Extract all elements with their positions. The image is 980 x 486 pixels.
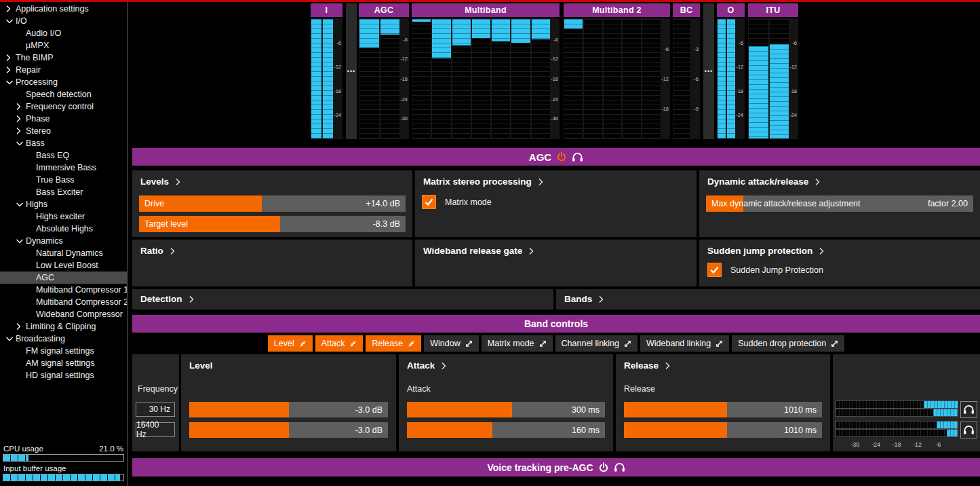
band-controls-section-header[interactable]: Band controls xyxy=(132,315,980,333)
sidebar-item-highs-exciter[interactable]: Highs exciter xyxy=(0,210,127,223)
headphones-icon[interactable] xyxy=(572,152,583,162)
sidebar-item-stereo[interactable]: Stereo xyxy=(0,125,127,137)
chevron-right-icon[interactable] xyxy=(16,322,26,331)
band-listen-button-1[interactable] xyxy=(960,401,977,418)
sidebar-item-agc[interactable]: AGC xyxy=(0,272,127,284)
sidebar-item-fm-signal-settings[interactable]: FM signal settings xyxy=(0,345,127,357)
level-slider-band1[interactable]: -3.0 dB xyxy=(189,402,388,417)
sidebar-item-absolute-highs[interactable]: Absolute Highs xyxy=(0,223,127,235)
sidebar-item-speech-detection[interactable]: Speech detection xyxy=(0,88,127,100)
sidebar-item-application-settings[interactable]: Application settings xyxy=(0,3,127,15)
sidebar-item-highs[interactable]: Highs xyxy=(0,198,127,210)
sidebar-item-frequency-control[interactable]: Frequency control xyxy=(0,100,127,113)
sidebar-item-label: Bass Exciter xyxy=(36,187,83,197)
chevron-right-icon xyxy=(175,178,181,186)
band-button-channel-linking[interactable]: Channel linking xyxy=(555,335,638,352)
top-accent-line xyxy=(0,0,980,2)
sidebar-item-dynamics[interactable]: Dynamics xyxy=(0,235,127,247)
sudden-jump-protection-checkbox[interactable] xyxy=(707,263,722,277)
sidebar-item-low-level-boost[interactable]: Low Level Boost xyxy=(0,259,127,272)
sidebar-item-hd-signal-settings[interactable]: HD signal settings xyxy=(0,369,127,381)
chevron-down-icon[interactable] xyxy=(16,139,26,147)
panel-dynamic-header[interactable]: Dynamic attack/release xyxy=(699,170,980,187)
power-icon[interactable] xyxy=(598,462,609,473)
sidebar-item-mpx[interactable]: µMPX xyxy=(0,39,127,52)
release-slider-band2[interactable]: 1010 ms xyxy=(624,422,822,438)
chevron-down-icon[interactable] xyxy=(5,78,16,86)
panel-detection-header[interactable]: Detection xyxy=(132,289,553,304)
sidebar-item-limiting-clipping[interactable]: Limiting & Clipping xyxy=(0,320,127,333)
settings-tree: Application settingsI/OAudio I/OµMPXThe … xyxy=(0,3,127,381)
meter-bar xyxy=(380,19,400,138)
band-button-wideband-linking[interactable]: Wideband linking xyxy=(640,335,729,352)
power-icon[interactable] xyxy=(556,151,567,162)
max-dynamic-adjustment-slider[interactable]: Max dynamic attack/release adjustmentfac… xyxy=(706,195,973,212)
meter-separator[interactable]: ••• xyxy=(703,3,714,139)
frequency-input-band2[interactable]: 16400 Hz xyxy=(136,422,175,437)
band-button-release[interactable]: Release xyxy=(366,335,421,352)
level-slider-band2[interactable]: -3.0 dB xyxy=(189,422,388,438)
matrix-mode-checkbox[interactable] xyxy=(422,195,436,209)
sidebar-item-label: True Bass xyxy=(36,175,75,185)
meter-separator[interactable]: ••• xyxy=(346,3,357,139)
chevron-right-icon[interactable] xyxy=(16,102,26,111)
sidebar-item-natural-dynamics[interactable]: Natural Dynamics xyxy=(0,247,127,259)
sidebar-item-bass-eq[interactable]: Bass EQ xyxy=(0,149,127,162)
sidebar-item-bass[interactable]: Bass xyxy=(0,137,127,149)
band-listen-button-2[interactable] xyxy=(960,422,977,438)
sidebar-item-wideband-compressor[interactable]: Wideband Compressor xyxy=(0,308,127,320)
sidebar-item-multiband-compressor-2[interactable]: Multiband Compressor 2 xyxy=(0,296,127,308)
band-button-attack[interactable]: Attack xyxy=(315,335,364,352)
sidebar-item-true-bass[interactable]: True Bass xyxy=(0,174,127,186)
chevron-right-icon[interactable] xyxy=(5,66,16,74)
sidebar-item-the-bimp[interactable]: The BIMP xyxy=(0,52,127,64)
chevron-down-icon[interactable] xyxy=(16,200,26,208)
drive-slider[interactable]: Drive+14.0 dB xyxy=(139,195,406,212)
chevron-down-icon[interactable] xyxy=(5,335,16,343)
slider-value: factor 2.00 xyxy=(928,199,968,208)
system-monitor: CPU usage 21.0 % Input buffer usage xyxy=(0,444,127,483)
sidebar-item-phase[interactable]: Phase xyxy=(0,113,127,125)
panel-bands-header[interactable]: Bands xyxy=(556,289,980,304)
slider-value: -3.0 dB xyxy=(355,426,383,435)
sidebar-item-immersive-bass[interactable]: Immersive Bass xyxy=(0,162,127,174)
tree-indent xyxy=(16,29,26,37)
voice-tracking-section-header[interactable]: Voice tracking pre-AGC xyxy=(132,458,980,476)
panel-levels-header[interactable]: Levels xyxy=(132,170,412,187)
sidebar-item-repair[interactable]: Repair xyxy=(0,64,127,76)
band-button-sudden-drop-protection[interactable]: Sudden drop protection xyxy=(732,335,844,352)
panel-sjp-header[interactable]: Sudden jump protection xyxy=(699,240,980,256)
sidebar-item-broadcasting[interactable]: Broadcasting xyxy=(0,333,127,345)
attack-slider-band2[interactable]: 160 ms xyxy=(407,422,605,438)
meter-group-bc: BC-3-6-9 xyxy=(673,3,700,139)
attack-slider-band1[interactable]: 300 ms xyxy=(407,402,605,417)
band-button-level[interactable]: Level xyxy=(268,335,313,352)
band-release-header[interactable]: Release xyxy=(616,354,830,371)
sidebar-item-am-signal-settings[interactable]: AM signal settings xyxy=(0,357,127,369)
band-meter-bar xyxy=(836,430,958,436)
matrix-mode-label: Matrix mode xyxy=(445,198,492,207)
chevron-right-icon[interactable] xyxy=(16,127,26,135)
sidebar-item-processing[interactable]: Processing xyxy=(0,76,127,88)
chevron-right-icon[interactable] xyxy=(16,115,26,123)
band-attack-header[interactable]: Attack xyxy=(399,354,613,371)
panel-matrix-header[interactable]: Matrix stereo processing xyxy=(415,170,697,187)
chevron-down-icon[interactable] xyxy=(5,17,16,25)
sidebar-item-audio-i-o[interactable]: Audio I/O xyxy=(0,27,127,39)
band-button-window[interactable]: Window xyxy=(424,335,478,352)
panel-ratio-header[interactable]: Ratio xyxy=(132,240,412,256)
band-button-matrix-mode[interactable]: Matrix mode xyxy=(482,335,553,352)
sidebar-item-i-o[interactable]: I/O xyxy=(0,15,127,27)
meter-group-title: AGC xyxy=(359,3,409,17)
chevron-right-icon[interactable] xyxy=(5,54,16,62)
chevron-right-icon[interactable] xyxy=(5,5,16,13)
release-slider-band1[interactable]: 1010 ms xyxy=(624,402,822,417)
panel-wgate-header[interactable]: Wideband release gate xyxy=(415,240,697,256)
target-level-slider[interactable]: Target level-8.3 dB xyxy=(139,216,406,232)
sidebar-item-bass-exciter[interactable]: Bass Exciter xyxy=(0,186,127,198)
headphones-icon[interactable] xyxy=(614,462,625,472)
sidebar-item-multiband-compressor-1[interactable]: Multiband Compressor 1 xyxy=(0,284,127,296)
frequency-input-band1[interactable]: 30 Hz xyxy=(136,402,175,417)
chevron-down-icon[interactable] xyxy=(16,237,26,245)
agc-section-header[interactable]: AGC xyxy=(132,148,980,166)
